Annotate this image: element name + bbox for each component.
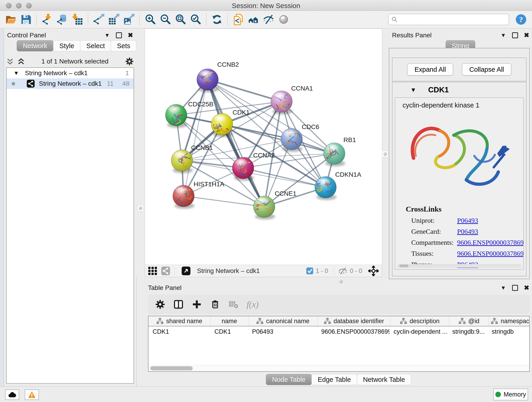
node-table[interactable]: shared namenamecanonical namedatabase id…: [148, 316, 530, 372]
show-all-networks-button[interactable]: [246, 12, 261, 27]
column-header-canonical-name[interactable]: canonical name: [248, 316, 318, 326]
pan-crosshair-icon[interactable]: [368, 266, 379, 276]
function-builder-icon[interactable]: f(x): [247, 299, 259, 309]
delete-column-icon[interactable]: [210, 299, 220, 310]
table-horizontal-scrollbar[interactable]: [148, 365, 529, 371]
crosslink-link[interactable]: P06493: [457, 228, 478, 235]
right-splitter[interactable]: [381, 28, 389, 277]
node-CCNA2[interactable]: [232, 157, 257, 181]
collapse-section-icon[interactable]: ▼: [410, 86, 416, 94]
add-column-icon[interactable]: [191, 299, 202, 310]
hidden-eye-icon[interactable]: [338, 267, 348, 275]
network-row[interactable]: String Network – cdk1 11 48: [7, 78, 133, 89]
tab-style[interactable]: Style: [53, 40, 80, 51]
crosslinks-scrollbar[interactable]: [398, 264, 521, 268]
node-CCNB2[interactable]: [195, 69, 219, 92]
gear-icon[interactable]: [155, 299, 165, 310]
zoom-out-button[interactable]: [158, 12, 173, 27]
import-network-database-button[interactable]: [55, 12, 70, 27]
save-session-button[interactable]: [18, 12, 33, 27]
panel-close-icon[interactable]: ✖: [524, 285, 529, 291]
tab-network[interactable]: Network: [17, 40, 53, 51]
birds-eye-view-icon[interactable]: [181, 266, 191, 275]
node-RB1[interactable]: [323, 137, 345, 166]
column-header-description[interactable]: description: [390, 316, 449, 326]
tab-node-table[interactable]: Node Table: [266, 374, 312, 385]
panel-float-icon[interactable]: [512, 285, 518, 291]
help-button[interactable]: ?: [515, 13, 527, 26]
crosslink-link[interactable]: 9606.ENSP00000378699: [457, 239, 524, 246]
column-header-shared-name[interactable]: shared name: [148, 316, 210, 326]
zoom-selected-button[interactable]: [188, 12, 203, 27]
left-splitter-handle[interactable]: [137, 205, 144, 211]
panel-float-icon[interactable]: [512, 32, 518, 38]
selected-checkbox-icon[interactable]: [306, 267, 313, 274]
collapse-all-tree-icon[interactable]: [17, 58, 25, 65]
node-CCNE1[interactable]: [250, 196, 275, 220]
collapse-all-button[interactable]: Collapse All: [462, 63, 511, 76]
import-network-file-button[interactable]: [40, 12, 55, 27]
gene-card-header[interactable]: ▼ CDK1: [393, 82, 526, 97]
network-view-panel[interactable]: CCNB2CCNA1CDC25BCDK1CDC6RB1CCNB1CCNA2CDK…: [145, 28, 382, 277]
crosslink-link[interactable]: P06493: [457, 217, 478, 224]
tree-expander-icon[interactable]: ▼: [13, 70, 19, 76]
table-row[interactable]: CDK1CDK1P064939606.ENSP00000378699cyclin…: [148, 326, 529, 337]
tab-edge-table[interactable]: Edge Table: [312, 374, 357, 385]
search-input[interactable]: [398, 16, 506, 23]
network-view-icon[interactable]: [161, 266, 171, 275]
panel-menu-icon[interactable]: ▼: [500, 285, 506, 291]
memory-button[interactable]: Memory: [493, 389, 528, 400]
zoom-fit-button[interactable]: [173, 12, 188, 27]
search-box[interactable]: [388, 14, 509, 25]
tab-network-table[interactable]: Network Table: [357, 374, 411, 385]
column-header-database-identifier[interactable]: database identifier: [318, 316, 390, 326]
clone-network-icon: [232, 13, 244, 26]
grid-view-icon[interactable]: [148, 266, 158, 275]
hide-selected-button[interactable]: [261, 12, 276, 27]
node-CCNA1[interactable]: [271, 91, 295, 114]
node-label-CCNE1: CCNE1: [275, 190, 297, 197]
node-CDC6[interactable]: [281, 128, 303, 152]
edge-HIST1H1A-CCNE1[interactable]: [184, 196, 264, 207]
right-splitter-handle[interactable]: [382, 151, 388, 157]
panel-menu-icon[interactable]: ▼: [500, 32, 506, 38]
toolbar-button-group: [3, 12, 291, 27]
open-session-button[interactable]: [3, 12, 18, 27]
column-header-name[interactable]: name: [210, 316, 248, 326]
zoom-in-button[interactable]: [143, 12, 158, 27]
edge-CCNA2-CDKN1A[interactable]: [243, 168, 326, 187]
network-options-gear-icon[interactable]: [125, 57, 134, 66]
table-cell: CDK1: [210, 328, 248, 335]
edge-CCNB2-HIST1H1A[interactable]: [184, 80, 208, 196]
export-network-button[interactable]: [91, 12, 106, 27]
expand-all-tree-icon[interactable]: [6, 58, 14, 65]
export-table-button[interactable]: [106, 12, 121, 27]
panel-menu-icon[interactable]: ▼: [104, 32, 110, 38]
node-CDK1[interactable]: [211, 114, 234, 137]
panel-close-icon[interactable]: ✖: [128, 32, 133, 38]
cloud-button[interactable]: [5, 389, 19, 400]
tab-select[interactable]: Select: [80, 40, 111, 51]
warnings-button[interactable]: [25, 389, 39, 400]
node-HIST1H1A[interactable]: [173, 183, 195, 209]
export-image-button[interactable]: [121, 12, 137, 27]
save-session-icon: [20, 13, 32, 26]
panel-float-icon[interactable]: [116, 32, 122, 38]
refresh-layout-button[interactable]: [209, 12, 225, 27]
scrollbar-thumb[interactable]: [150, 366, 193, 370]
delete-table-icon[interactable]: [228, 299, 239, 310]
column-header-namespace[interactable]: namespace: [489, 316, 530, 326]
columns-icon[interactable]: [173, 299, 184, 310]
left-splitter[interactable]: [136, 28, 145, 277]
expand-all-button[interactable]: Expand All: [407, 63, 453, 76]
import-table-button[interactable]: [70, 12, 85, 27]
crosslink-link[interactable]: 9606.ENSP00000378699: [457, 249, 524, 257]
show-hidden-button[interactable]: [276, 12, 291, 27]
column-header-id[interactable]: @id: [449, 316, 489, 326]
clone-network-button[interactable]: [231, 12, 246, 27]
network-collection-row[interactable]: ▼ String Network – cdk1 1: [7, 68, 133, 78]
tab-sets[interactable]: Sets: [111, 40, 136, 51]
panel-close-icon[interactable]: ✖: [524, 32, 529, 38]
network-canvas[interactable]: CCNB2CCNA1CDC25BCDK1CDC6RB1CCNB1CCNA2CDK…: [145, 29, 381, 264]
edge-CCNB2-CCNA1[interactable]: [208, 80, 282, 102]
